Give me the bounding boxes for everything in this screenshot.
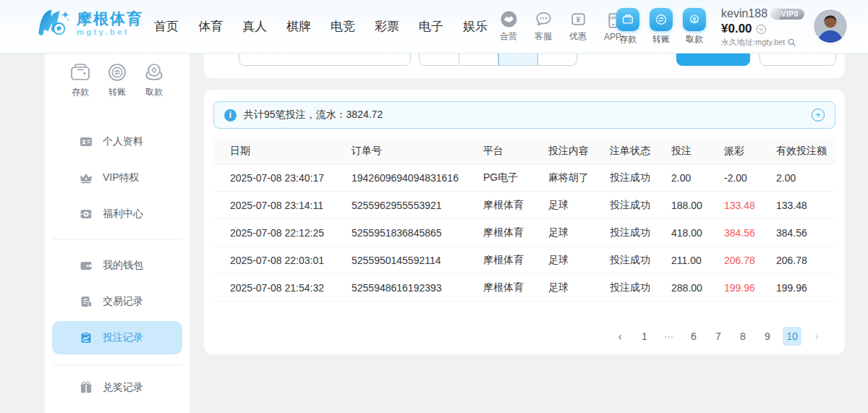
page-button[interactable]: 7 bbox=[709, 327, 728, 346]
nav-item[interactable]: 首页 bbox=[154, 18, 179, 35]
cell-payout: 133.48 bbox=[724, 200, 776, 211]
cell-status: 投注成功 bbox=[610, 254, 671, 267]
coupon-icon: ¥ bbox=[569, 10, 587, 28]
table-body: 2025-07-08 23:40:17 1942609694094831616 … bbox=[213, 164, 835, 302]
main-nav: 首页体育真人棋牌电竞彩票电子娱乐 bbox=[154, 0, 488, 53]
cell-valid-amount: 199.96 bbox=[776, 282, 830, 294]
filter-input[interactable] bbox=[239, 54, 411, 66]
deposit-button[interactable]: 存款 bbox=[616, 8, 640, 46]
header-icon-group: 合营 客服 ¥ 优惠 bbox=[495, 0, 626, 53]
sidebar-item-wallet[interactable]: 我的钱包 bbox=[52, 249, 182, 282]
sidebar-transfer-shortcut[interactable]: 转账 bbox=[105, 62, 129, 98]
cell-bet-amount: 188.00 bbox=[671, 200, 724, 211]
cell-order-number: 1942609694094831616 bbox=[352, 172, 483, 184]
withdraw-button[interactable]: 取款 bbox=[682, 8, 707, 46]
segment-option-2[interactable] bbox=[459, 54, 499, 65]
column-header: 订单号 bbox=[352, 145, 483, 158]
date-range-segmented-control bbox=[419, 54, 577, 66]
segment-option-1[interactable] bbox=[420, 54, 459, 65]
cell-date: 2025-07-08 22:03:01 bbox=[230, 255, 352, 266]
magnifier-icon[interactable] bbox=[787, 38, 796, 47]
nav-item[interactable]: 娱乐 bbox=[463, 18, 488, 35]
cell-date: 2025-07-08 23:14:11 bbox=[230, 200, 352, 211]
cell-status: 投注成功 bbox=[610, 171, 671, 184]
reset-button[interactable] bbox=[760, 54, 836, 66]
sidebar-item-bet-records[interactable]: 投注记录 bbox=[52, 321, 182, 354]
nav-item[interactable]: 电子 bbox=[419, 18, 443, 35]
nav-item[interactable]: 棋牌 bbox=[286, 18, 311, 35]
column-header: 日期 bbox=[230, 145, 352, 158]
nav-item[interactable]: 电竞 bbox=[331, 18, 355, 35]
page-button[interactable]: › bbox=[807, 327, 826, 346]
sidebar-divider bbox=[52, 239, 182, 239]
withdraw-outline-icon bbox=[142, 62, 166, 82]
sidebar-item-welfare[interactable]: 福利中心 bbox=[52, 197, 182, 231]
nav-item[interactable]: 真人 bbox=[242, 18, 267, 35]
segment-option-3-selected[interactable] bbox=[498, 54, 538, 65]
sidebar-withdraw-shortcut[interactable]: 取款 bbox=[142, 62, 166, 98]
transfer-button[interactable]: 转账 bbox=[649, 8, 673, 46]
cell-bet-amount: 211.00 bbox=[671, 255, 724, 266]
avatar[interactable] bbox=[814, 9, 847, 43]
cell-bet-content: 足球 bbox=[548, 281, 610, 294]
page: 摩根体育 mgty.bet 首页体育真人棋牌电竞彩票电子娱乐 合营 bbox=[0, 0, 868, 413]
table-row: 2025-07-08 21:54:32 5255948616192393 摩根体… bbox=[213, 274, 835, 302]
customer-service-link[interactable]: 客服 bbox=[529, 10, 557, 43]
cell-order-number: 5255948616192393 bbox=[352, 282, 483, 294]
cell-payout: 199.96 bbox=[724, 282, 776, 294]
column-header: 有效投注额 bbox=[776, 145, 830, 158]
bet-records-table: 日期订单号平台投注内容注单状态投注派彩有效投注额 2025-07-08 23:4… bbox=[213, 139, 835, 302]
cell-platform: 摩根体育 bbox=[483, 254, 548, 267]
sidebar: 存款 转账 bbox=[45, 54, 190, 413]
table-row: 2025-07-08 23:14:11 5255962955553921 摩根体… bbox=[213, 192, 835, 219]
crown-icon bbox=[80, 171, 93, 184]
page-button[interactable]: 9 bbox=[758, 327, 777, 346]
nav-item[interactable]: 彩票 bbox=[375, 18, 399, 35]
handshake-icon bbox=[500, 10, 518, 28]
table-row: 2025-07-08 22:03:01 5255950145592114 摩根体… bbox=[213, 247, 835, 274]
page-button[interactable]: 8 bbox=[733, 327, 752, 346]
withdraw-diamond-icon bbox=[683, 8, 706, 31]
column-header: 平台 bbox=[483, 145, 548, 158]
deposit-wallet-icon bbox=[616, 8, 639, 31]
balance-amount: ¥0.00 bbox=[721, 22, 752, 36]
page-button[interactable]: ⋯ bbox=[660, 327, 678, 346]
gift-icon bbox=[80, 381, 93, 394]
table-header-row: 日期订单号平台投注内容注单状态投注派彩有效投注额 bbox=[213, 139, 835, 164]
pagination: ‹1⋯678910› bbox=[608, 327, 829, 346]
partner-link[interactable]: 合营 bbox=[495, 10, 522, 43]
page-button[interactable]: 1 bbox=[635, 327, 654, 346]
sidebar-menu-bottom: 兑奖记录 bbox=[45, 371, 190, 407]
segment-option-4[interactable] bbox=[538, 54, 577, 65]
sidebar-item-redeem-records[interactable]: 兑奖记录 bbox=[52, 371, 182, 404]
username[interactable]: kevin188 bbox=[721, 7, 767, 20]
table-row: 2025-07-08 22:12:25 5255951836845865 摩根体… bbox=[213, 219, 835, 247]
page-button[interactable]: 10 bbox=[783, 327, 801, 346]
column-header: 注单状态 bbox=[610, 145, 671, 158]
cell-order-number: 5255951836845865 bbox=[352, 227, 483, 239]
chevron-down-icon[interactable] bbox=[756, 24, 767, 35]
brand-domain: mgty.bet bbox=[77, 27, 143, 37]
nav-item[interactable]: 体育 bbox=[198, 18, 223, 35]
cell-bet-amount: 418.00 bbox=[671, 227, 724, 239]
search-button[interactable] bbox=[676, 54, 750, 66]
sidebar-item-transactions[interactable]: 交易记录 bbox=[52, 285, 182, 318]
brand-logo[interactable]: 摩根体育 mgty.bet bbox=[38, 9, 143, 38]
promotions-link[interactable]: ¥ 优惠 bbox=[564, 10, 592, 43]
cell-payout: -2.00 bbox=[724, 172, 776, 184]
page-button[interactable]: ‹ bbox=[610, 327, 629, 346]
svg-text:¥: ¥ bbox=[576, 16, 580, 24]
cell-date: 2025-07-08 21:54:32 bbox=[230, 282, 352, 294]
cell-valid-amount: 2.00 bbox=[776, 172, 830, 184]
cell-platform: PG电子 bbox=[483, 171, 548, 184]
cell-valid-amount: 206.78 bbox=[776, 255, 830, 266]
cell-date: 2025-07-08 22:12:25 bbox=[230, 227, 352, 239]
sidebar-item-profile[interactable]: 个人资料 bbox=[52, 125, 182, 158]
expand-plus-icon[interactable] bbox=[812, 108, 825, 122]
permanent-address: 永久地址:mgty.bet bbox=[721, 37, 785, 48]
deposit-outline-icon bbox=[69, 62, 92, 82]
sidebar-deposit-shortcut[interactable]: 存款 bbox=[68, 62, 93, 98]
page-button[interactable]: 6 bbox=[684, 327, 703, 346]
sidebar-item-vip[interactable]: VIP特权 bbox=[52, 161, 182, 195]
logo-mark-icon bbox=[38, 9, 71, 38]
